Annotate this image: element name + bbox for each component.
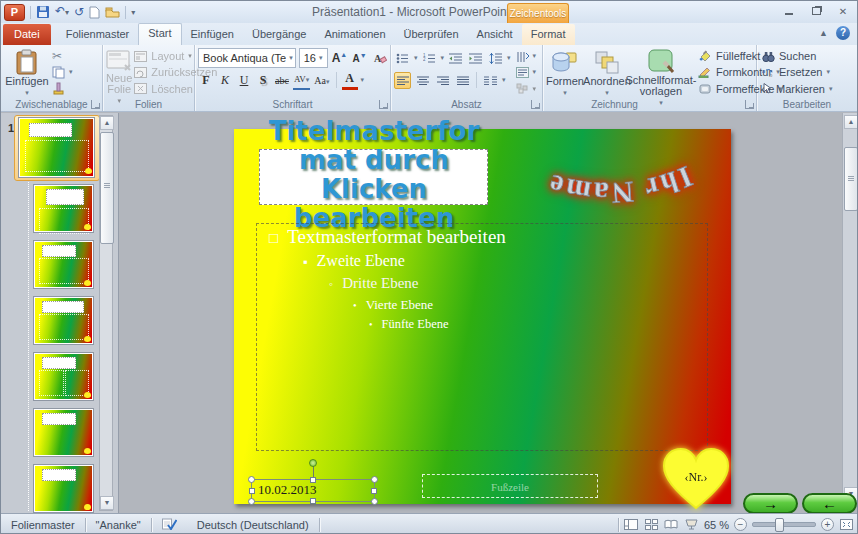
new-slide-button[interactable]: Neue Folie ▾: [106, 47, 132, 98]
selection-handle[interactable]: [248, 498, 255, 505]
tab-start[interactable]: Start: [138, 23, 181, 45]
columns-icon[interactable]: [482, 72, 499, 89]
font-dialog-launcher[interactable]: [379, 100, 388, 109]
selection-handle[interactable]: [371, 498, 378, 505]
zoom-out-icon[interactable]: −: [734, 518, 747, 531]
change-case-button[interactable]: Aa▾: [313, 72, 330, 89]
text-shadow-button[interactable]: S: [255, 72, 271, 89]
reading-view-icon[interactable]: [664, 518, 679, 531]
slide-sorter-view-icon[interactable]: [644, 518, 659, 531]
layout-thumbnail-1[interactable]: [34, 185, 93, 232]
thumbnail-scrollbar[interactable]: ▲ ▼: [99, 115, 113, 511]
collapse-ribbon-icon[interactable]: ▲: [819, 28, 828, 38]
underline-button[interactable]: U: [236, 72, 252, 89]
bullets-icon[interactable]: [394, 50, 411, 67]
language-status[interactable]: Deutsch (Deutschland): [187, 518, 319, 532]
justify-button[interactable]: [454, 72, 471, 89]
help-icon[interactable]: ?: [836, 26, 850, 40]
bold-button[interactable]: F: [198, 72, 214, 89]
tab-ansicht[interactable]: Ansicht: [468, 24, 522, 45]
fit-to-window-icon[interactable]: [839, 518, 854, 531]
minimize-button[interactable]: [779, 4, 799, 18]
tab-format[interactable]: Format: [522, 24, 575, 45]
previous-slide-button[interactable]: ←: [802, 493, 857, 514]
convert-smartart-icon[interactable]: ▾: [514, 81, 539, 97]
zoom-level-text[interactable]: 65 %: [704, 519, 729, 531]
clipboard-dialog-launcher[interactable]: [91, 100, 100, 109]
layout-thumbnail-6[interactable]: [34, 465, 93, 512]
scrollbar-thumb[interactable]: [100, 132, 114, 244]
selection-handle[interactable]: [249, 488, 255, 494]
tab-folienmaster[interactable]: Folienmaster: [57, 24, 139, 45]
wordart-name[interactable]: Ihr Name: [506, 133, 711, 221]
new-file-icon[interactable]: [89, 6, 100, 19]
increase-indent-icon[interactable]: [467, 50, 484, 67]
slide-canvas[interactable]: Titelmasterfor mat durch Klicken bearbei…: [234, 129, 731, 504]
scroll-up-icon[interactable]: ▲: [844, 115, 858, 129]
strikethrough-button[interactable]: abc: [274, 72, 290, 89]
tab-datei[interactable]: Datei: [3, 24, 51, 45]
align-left-button[interactable]: [394, 72, 411, 89]
qat-customize-icon[interactable]: ▾: [131, 8, 135, 17]
format-painter-button[interactable]: [50, 81, 75, 97]
slideshow-view-icon[interactable]: [684, 518, 699, 531]
italic-button[interactable]: K: [217, 72, 233, 89]
scrollbar-thumb[interactable]: [844, 147, 858, 211]
body-placeholder[interactable]: □Textmasterformat bearbeiten ▪Zweite Ebe…: [256, 223, 708, 451]
zoom-slider[interactable]: [752, 522, 816, 527]
copy-button[interactable]: ▾: [50, 64, 75, 80]
date-placeholder[interactable]: 10.02.2013: [251, 479, 375, 502]
layout-thumbnail-3[interactable]: [34, 297, 93, 344]
cut-button[interactable]: ✂: [50, 48, 75, 64]
scroll-up-icon[interactable]: ▲: [100, 116, 114, 130]
next-slide-button[interactable]: →: [743, 493, 798, 514]
selection-handle[interactable]: [310, 477, 316, 483]
tab-einfuegen[interactable]: Einfügen: [182, 24, 243, 45]
zoom-in-icon[interactable]: +: [821, 518, 834, 531]
font-color-button[interactable]: A: [342, 70, 358, 90]
tab-ueberpruefen[interactable]: Überprüfen: [395, 24, 468, 45]
main-scrollbar[interactable]: ▲ ▼: [842, 113, 858, 501]
clear-formatting-icon[interactable]: A: [371, 50, 388, 67]
line-spacing-icon[interactable]: [487, 50, 504, 67]
align-right-button[interactable]: [434, 72, 451, 89]
quick-styles-button[interactable]: Schnellformat-vorlagen ▾: [630, 47, 692, 98]
redo-icon[interactable]: ↺: [74, 4, 84, 20]
replace-button[interactable]: abErsetzen▾: [760, 64, 834, 80]
selection-handle[interactable]: [310, 498, 316, 504]
save-icon[interactable]: [36, 5, 50, 19]
numbering-icon[interactable]: 12: [421, 50, 438, 67]
slide-number-heart-shape[interactable]: ‹Nr.›: [658, 446, 734, 512]
selection-handle[interactable]: [248, 476, 255, 483]
paragraph-dialog-launcher[interactable]: [531, 100, 540, 109]
tab-uebergaenge[interactable]: Übergänge: [243, 24, 315, 45]
find-button[interactable]: Suchen: [760, 48, 834, 64]
font-size-select[interactable]: 16▾: [299, 48, 328, 68]
footer-placeholder[interactable]: Fußzeile: [422, 474, 598, 498]
align-center-button[interactable]: [414, 72, 431, 89]
rotation-handle[interactable]: [309, 459, 317, 467]
shrink-font-icon[interactable]: A▼: [351, 50, 368, 67]
shapes-button[interactable]: Formen ▾: [546, 47, 584, 98]
arrange-button[interactable]: Anordnen ▾: [584, 47, 630, 98]
tab-animationen[interactable]: Animationen: [315, 24, 394, 45]
zoom-slider-thumb[interactable]: [775, 518, 784, 532]
font-name-select[interactable]: Book Antiqua (Te▾: [198, 48, 296, 68]
normal-view-icon[interactable]: [624, 518, 639, 531]
layout-thumbnail-5[interactable]: [34, 409, 93, 456]
undo-icon[interactable]: ↶▾: [55, 3, 69, 21]
grow-font-icon[interactable]: A▲: [331, 50, 348, 67]
close-button[interactable]: ✕: [833, 4, 853, 18]
layout-thumbnail-4[interactable]: [34, 353, 93, 400]
decrease-indent-icon[interactable]: [447, 50, 464, 67]
scroll-down-icon[interactable]: ▼: [100, 496, 114, 510]
paste-button[interactable]: Einfügen ▾: [4, 47, 50, 98]
open-folder-icon[interactable]: [105, 6, 120, 18]
spellcheck-icon[interactable]: [152, 518, 187, 532]
align-text-icon[interactable]: ▾: [514, 64, 539, 80]
master-slide-thumbnail[interactable]: [19, 118, 94, 177]
layout-thumbnail-2[interactable]: [34, 241, 93, 288]
select-button[interactable]: Markieren▾: [760, 81, 834, 97]
drawing-dialog-launcher[interactable]: [745, 100, 754, 109]
view-name-status[interactable]: Folienmaster: [1, 518, 85, 532]
